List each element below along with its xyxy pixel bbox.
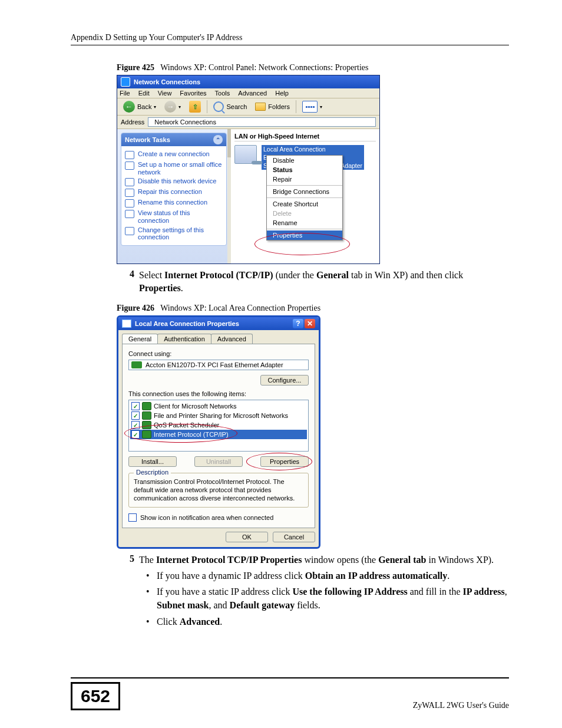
task-icon [125,199,134,207]
install-button[interactable]: Install... [128,456,177,467]
t: Internet Protocol TCP/IP Properties [156,555,302,565]
nc-titlebar[interactable]: Network Connections [117,75,379,88]
toolbar-separator [207,100,207,113]
nc-tasks-pane: Network Tasks ⌃ Create a new connection … [117,129,231,263]
checkbox-icon[interactable]: ✓ [131,411,140,420]
show-icon-row[interactable]: Show icon in notification area when conn… [128,513,309,522]
page-number: 652 [71,682,120,710]
close-button[interactable]: ✕ [305,319,315,328]
scrollbar[interactable] [227,129,231,263]
cancel-button[interactable]: Cancel [273,532,315,542]
lac-title-text: Local Area Connection Properties [135,320,239,327]
folders-button[interactable]: Folders [253,102,292,111]
items-label: This connection uses the following items… [128,390,309,397]
folders-label: Folders [268,103,290,110]
nc-addressbar: Address Network Connections [117,116,379,129]
guide-name: ZyWALL 2WG User's Guide [413,701,509,710]
task-label: Repair this connection [138,188,202,196]
tasks-header-text: Network Tasks [125,136,170,143]
up-icon: ⇧ [189,101,201,113]
tab-general[interactable]: General [122,334,158,344]
menu-favorites[interactable]: Favorites [180,90,206,97]
views-dropdown-icon: ▾ [320,104,322,110]
task-icon [125,189,134,197]
menu-edit[interactable]: Edit [138,90,150,97]
task-icon [125,162,134,170]
item-label: Client for Microsoft Networks [154,403,237,410]
checkbox-icon[interactable]: ✓ [131,402,140,410]
task-change-settings[interactable]: Change settings of this connection [125,226,223,241]
context-menu: Disable Status Repair Bridge Connections… [266,155,343,241]
item-file-printer-sharing[interactable]: ✓File and Printer Sharing for Microsoft … [130,411,307,420]
task-rename-connection[interactable]: Rename this connection [125,199,223,207]
ctx-rename[interactable]: Rename [267,218,342,228]
scroll-thumb[interactable] [227,129,231,157]
ctx-shortcut[interactable]: Create Shortcut [267,199,342,209]
task-icon [125,227,134,235]
lac-general-pane: Connect using: Accton EN1207D-TX PCI Fas… [122,344,315,528]
step-body: Select Internet Protocol (TCP/IP) (under… [139,269,509,294]
t: IP address [462,587,504,597]
adapter-name: Accton EN1207D-TX PCI Fast Ethernet Adap… [146,361,283,368]
menu-file[interactable]: File [120,90,130,97]
task-view-status[interactable]: View status of this connection [125,209,223,224]
items-listbox[interactable]: ✓Client for Microsoft Networks ✓File and… [128,400,309,452]
task-disable-device[interactable]: Disable this network device [125,177,223,186]
adapter-icon [131,361,142,368]
show-icon-checkbox[interactable] [128,513,137,522]
annotation-ellipse [124,424,237,443]
tab-advanced[interactable]: Advanced [211,334,253,344]
ctx-bridge[interactable]: Bridge Connections [267,187,342,196]
address-field[interactable]: Network Connections [148,117,376,127]
step-4: 4 Select Internet Protocol (TCP/IP) (und… [117,269,509,294]
header-rule [71,45,509,45]
connection-group-header: LAN or High-Speed Internet [234,131,376,141]
t: Subnet mask [157,600,209,610]
adapter-field[interactable]: Accton EN1207D-TX PCI Fast Ethernet Adap… [128,360,309,370]
t: window opens (the [302,555,378,565]
menu-tools[interactable]: Tools [215,90,230,97]
menu-help[interactable]: Help [275,90,289,97]
step-body: The Internet Protocol TCP/IP Properties … [139,554,509,566]
nc-title-text: Network Connections [134,78,200,85]
t: The [139,555,156,565]
tab-authentication[interactable]: Authentication [157,334,211,344]
up-button[interactable]: ⇧ [187,100,203,113]
menu-view[interactable]: View [158,90,172,97]
search-button[interactable]: Search [211,101,249,113]
task-setup-network[interactable]: Set up a home or small office network [125,161,223,176]
item-client-ms-networks[interactable]: ✓Client for Microsoft Networks [130,401,307,411]
connect-using-label: Connect using: [128,350,309,357]
task-label: Disable this network device [138,177,216,185]
views-button[interactable]: ▾ [300,100,325,113]
lac-properties-dialog: Local Area Connection Properties ? ✕ Gen… [117,315,320,549]
search-icon [213,101,224,112]
menu-advanced[interactable]: Advanced [238,90,267,97]
back-button[interactable]: ← Back ▾ [121,100,158,113]
t: General tab [378,555,426,565]
ctx-repair[interactable]: Repair [267,174,342,184]
ctx-disable[interactable]: Disable [267,156,342,165]
figure-426-text: Windows XP: Local Area Connection Proper… [160,304,320,312]
task-repair-connection[interactable]: Repair this connection [125,188,223,197]
forward-button[interactable]: → ▾ [162,100,183,113]
task-label: View status of this connection [138,209,223,224]
lac-titlebar[interactable]: Local Area Connection Properties ? ✕ [118,317,319,330]
ctx-separator [267,185,342,186]
t: (under the [273,270,316,280]
nc-title-icon [121,77,130,87]
help-button[interactable]: ? [293,319,303,328]
task-create-connection[interactable]: Create a new connection [125,150,223,159]
t: Click [157,617,180,627]
task-icon [125,178,134,186]
figure-425-text: Windows XP: Control Panel: Network Conne… [160,63,368,72]
ctx-separator [267,197,342,198]
figure-426-caption: Figure 426 Windows XP: Local Area Connec… [117,304,509,313]
ctx-status[interactable]: Status [267,165,342,174]
address-value: Network Connections [154,118,216,126]
configure-button[interactable]: Configure... [260,375,309,386]
item-label: File and Printer Sharing for Microsoft N… [154,412,288,419]
show-icon-label: Show icon in notification area when conn… [140,514,273,521]
ok-button[interactable]: OK [226,532,268,542]
tasks-header[interactable]: Network Tasks ⌃ [121,133,226,146]
